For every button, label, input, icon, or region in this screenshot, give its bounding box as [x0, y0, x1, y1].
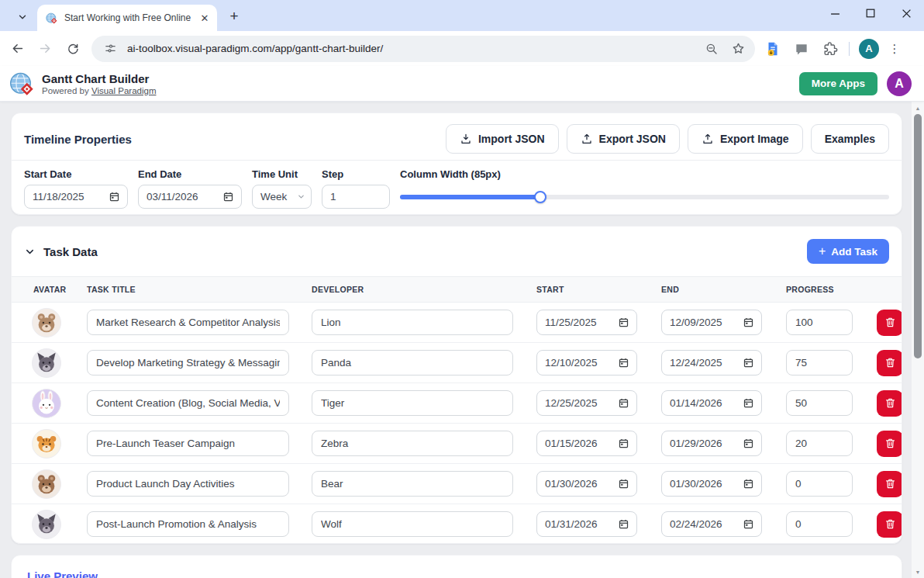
- progress-input[interactable]: [786, 431, 853, 456]
- calendar-icon[interactable]: [743, 397, 754, 409]
- timeline-properties-title: Timeline Properties: [24, 133, 132, 146]
- extensions-puzzle-icon[interactable]: [819, 38, 841, 60]
- slider-thumb[interactable]: [534, 191, 546, 203]
- calendar-icon[interactable]: [618, 478, 629, 490]
- progress-input[interactable]: [786, 350, 853, 376]
- calendar-icon[interactable]: [743, 438, 754, 449]
- calendar-icon[interactable]: [222, 191, 234, 202]
- tab-search-button[interactable]: [11, 6, 34, 28]
- end-date-input[interactable]: 02/24/2026: [661, 511, 762, 537]
- examples-button[interactable]: Examples: [811, 124, 889, 154]
- reload-button[interactable]: [62, 38, 84, 60]
- url-text[interactable]: ai-toolbox.visual-paradigm.com/app/gantt…: [127, 43, 695, 54]
- start-date-input[interactable]: 11/18/2025: [24, 185, 128, 209]
- extension-doc-icon[interactable]: [762, 38, 784, 60]
- scroll-up-arrow[interactable]: ▲: [912, 102, 924, 113]
- time-unit-label: Time Unit: [252, 168, 312, 180]
- start-date-input[interactable]: 01/15/2026: [536, 431, 637, 456]
- minimize-button[interactable]: [817, 0, 853, 26]
- progress-input[interactable]: [786, 390, 853, 416]
- task-title-input[interactable]: [87, 350, 289, 376]
- calendar-icon[interactable]: [743, 518, 754, 530]
- browser-tab[interactable]: Start Working with Free Online ✕: [37, 5, 217, 31]
- more-apps-button[interactable]: More Apps: [799, 72, 877, 95]
- delete-task-button[interactable]: [877, 390, 902, 417]
- task-title-input[interactable]: [87, 471, 289, 497]
- site-settings-icon[interactable]: [101, 40, 119, 58]
- trash-icon: [884, 477, 897, 490]
- close-window-button[interactable]: [888, 0, 924, 26]
- export-image-button[interactable]: Export Image: [688, 124, 803, 154]
- developer-input[interactable]: [312, 350, 513, 376]
- task-title-input[interactable]: [87, 390, 289, 416]
- task-title-input[interactable]: [87, 310, 289, 335]
- column-width-slider[interactable]: [400, 185, 889, 209]
- delete-task-button[interactable]: [877, 350, 902, 376]
- start-date-input[interactable]: 12/10/2025: [536, 350, 637, 376]
- start-date-input[interactable]: 01/30/2026: [536, 471, 637, 497]
- bookmark-star-icon[interactable]: [729, 40, 747, 58]
- step-input[interactable]: [322, 185, 390, 209]
- developer-input[interactable]: [312, 471, 513, 497]
- address-bar[interactable]: ai-toolbox.visual-paradigm.com/app/gantt…: [91, 36, 755, 62]
- sidebar-bubble-icon[interactable]: [791, 38, 812, 60]
- collapse-section-button[interactable]: [24, 246, 36, 258]
- visual-paradigm-link[interactable]: Visual Paradigm: [91, 86, 157, 95]
- calendar-icon[interactable]: [743, 357, 754, 369]
- export-json-button[interactable]: Export JSON: [567, 124, 680, 154]
- page-scrollbar[interactable]: ▲ ▼: [912, 102, 924, 578]
- avatar: [32, 510, 61, 539]
- progress-input[interactable]: [786, 511, 853, 537]
- avatar: [32, 348, 61, 378]
- task-title-input[interactable]: [87, 511, 289, 537]
- start-date-input[interactable]: 01/31/2026: [536, 511, 637, 537]
- table-row: 12/10/2025 12/24/2025: [12, 343, 902, 383]
- col-avatar: AVATAR: [22, 285, 76, 294]
- developer-input[interactable]: [312, 310, 513, 335]
- progress-input[interactable]: [786, 471, 853, 497]
- end-date-input[interactable]: 01/14/2026: [661, 390, 762, 416]
- bear-avatar-icon: [33, 309, 60, 337]
- zoom-icon[interactable]: [702, 40, 721, 58]
- end-date-input[interactable]: 12/24/2025: [661, 350, 762, 376]
- import-json-button[interactable]: Import JSON: [446, 124, 559, 154]
- progress-input[interactable]: [786, 310, 853, 335]
- end-date-input[interactable]: 12/09/2025: [661, 310, 762, 335]
- calendar-icon[interactable]: [743, 478, 754, 490]
- maximize-button[interactable]: [853, 0, 888, 26]
- delete-task-button[interactable]: [877, 471, 902, 497]
- end-date-input[interactable]: 01/30/2026: [661, 471, 762, 497]
- calendar-icon[interactable]: [618, 317, 629, 328]
- user-avatar[interactable]: A: [887, 71, 912, 96]
- forward-button[interactable]: [34, 38, 56, 60]
- time-unit-select[interactable]: Week: [252, 185, 312, 209]
- col-task-title: TASK TITLE: [76, 285, 301, 294]
- download-icon: [460, 133, 472, 145]
- add-task-button[interactable]: + Add Task: [807, 239, 889, 264]
- delete-task-button[interactable]: [877, 310, 902, 336]
- new-tab-button[interactable]: +: [223, 5, 245, 27]
- scrollbar-thumb[interactable]: [914, 114, 922, 358]
- calendar-icon[interactable]: [618, 357, 629, 369]
- end-date-input[interactable]: 01/29/2026: [661, 431, 762, 456]
- calendar-icon[interactable]: [618, 438, 629, 449]
- calendar-icon[interactable]: [618, 397, 629, 409]
- delete-task-button[interactable]: [877, 431, 902, 457]
- tab-close-icon[interactable]: ✕: [198, 12, 211, 24]
- developer-input[interactable]: [312, 431, 513, 456]
- delete-task-button[interactable]: [877, 511, 902, 538]
- developer-input[interactable]: [312, 511, 513, 537]
- calendar-icon[interactable]: [109, 191, 120, 202]
- developer-input[interactable]: [312, 390, 513, 416]
- browser-menu-icon[interactable]: ⋮: [887, 42, 902, 56]
- end-date-input[interactable]: 03/11/2026: [138, 185, 242, 209]
- calendar-icon[interactable]: [618, 518, 629, 530]
- calendar-icon[interactable]: [743, 317, 754, 328]
- start-date-input[interactable]: 12/25/2025: [536, 390, 637, 416]
- task-title-input[interactable]: [87, 431, 289, 456]
- date-value: 01/15/2026: [545, 438, 613, 449]
- browser-profile-avatar[interactable]: A: [859, 39, 879, 59]
- back-button[interactable]: [6, 38, 28, 60]
- scroll-down-arrow[interactable]: ▼: [912, 566, 924, 577]
- start-date-input[interactable]: 11/25/2025: [536, 310, 637, 335]
